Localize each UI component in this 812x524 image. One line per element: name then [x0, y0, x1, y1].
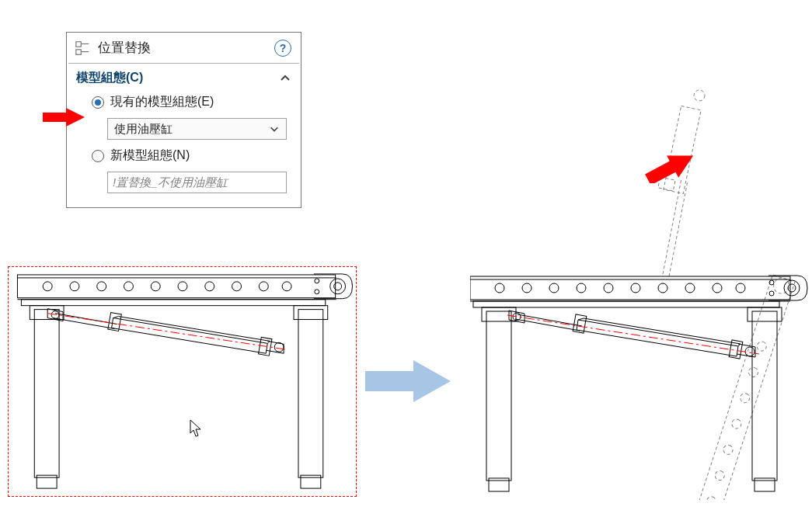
diagram-before	[8, 266, 357, 497]
svg-point-12	[124, 282, 134, 291]
svg-point-44	[730, 418, 742, 429]
svg-point-60	[577, 283, 586, 293]
svg-rect-25	[298, 310, 323, 478]
svg-point-57	[495, 283, 504, 293]
svg-point-17	[259, 282, 268, 291]
panel-title: 位置替換	[98, 39, 268, 57]
svg-point-67	[784, 280, 800, 296]
svg-point-16	[232, 282, 242, 291]
svg-point-64	[685, 283, 695, 293]
svg-point-62	[631, 283, 640, 293]
svg-rect-28	[294, 306, 328, 320]
svg-point-51	[694, 90, 705, 101]
svg-rect-8	[21, 300, 325, 306]
dropdown-value: 使用油壓缸	[114, 122, 269, 137]
svg-rect-0	[76, 41, 81, 46]
property-panel: 位置替換 ? 模型組態(C) 現有的模型組態(E) 使用油壓缸 新模型組態(N)…	[66, 32, 301, 208]
svg-rect-23	[34, 310, 59, 478]
svg-point-61	[604, 283, 613, 293]
svg-point-70	[769, 291, 774, 296]
diagram-after	[470, 6, 809, 500]
svg-point-13	[151, 282, 160, 291]
svg-point-66	[736, 283, 745, 293]
config-dropdown[interactable]: 使用油壓缸	[107, 118, 287, 140]
help-button[interactable]: ?	[274, 40, 291, 57]
svg-line-35	[47, 314, 287, 350]
svg-rect-71	[486, 311, 511, 481]
section-title: 模型組態(C)	[76, 70, 143, 86]
radio-existing-config[interactable]: 現有的模型組態(E)	[76, 91, 291, 113]
svg-line-77	[518, 314, 582, 326]
svg-point-11	[97, 282, 106, 291]
svg-rect-1	[76, 49, 81, 54]
svg-point-42	[714, 470, 726, 481]
svg-rect-76	[748, 307, 782, 321]
chevron-down-icon	[269, 123, 280, 134]
radio-new-label: 新模型組態(N)	[110, 147, 190, 164]
configuration-section: 模型組態(C) 現有的模型組態(E) 使用油壓缸 新模型組態(N) !置替換_不…	[68, 64, 299, 206]
svg-point-63	[658, 283, 667, 293]
svg-marker-36	[365, 360, 451, 402]
svg-point-65	[713, 283, 722, 293]
svg-point-41	[706, 495, 717, 500]
input-placeholder: !置替換_不使用油壓缸	[113, 175, 228, 190]
svg-point-21	[315, 279, 319, 283]
svg-point-15	[205, 282, 214, 291]
radio-icon	[92, 96, 104, 109]
chevron-up-icon	[279, 72, 291, 85]
new-config-name-field[interactable]: !置替換_不使用油壓缸	[107, 172, 287, 193]
svg-point-82	[745, 347, 754, 356]
svg-point-22	[315, 290, 319, 294]
svg-rect-73	[752, 311, 777, 481]
svg-line-83	[507, 315, 759, 354]
svg-marker-4	[43, 108, 85, 127]
svg-point-18	[282, 282, 291, 291]
svg-marker-84	[645, 152, 696, 183]
radio-existing-label: 現有的模型組態(E)	[110, 94, 214, 110]
transition-arrow-icon	[365, 360, 451, 402]
svg-point-14	[178, 282, 187, 291]
radio-icon	[92, 150, 104, 162]
feature-icon	[75, 40, 92, 57]
radio-new-config[interactable]: 新模型組態(N)	[76, 144, 291, 167]
svg-point-43	[722, 444, 734, 456]
panel-header: 位置替換 ?	[68, 34, 299, 64]
svg-line-30	[53, 318, 114, 329]
svg-rect-75	[482, 307, 516, 321]
svg-point-9	[43, 282, 52, 291]
svg-rect-56	[473, 301, 779, 307]
section-header[interactable]: 模型組態(C)	[76, 67, 291, 91]
cursor-icon	[190, 419, 204, 438]
callout-arrow-icon	[43, 108, 85, 127]
callout-arrow-icon	[645, 152, 696, 183]
svg-point-46	[748, 366, 759, 378]
svg-point-58	[522, 283, 531, 293]
svg-point-45	[739, 392, 751, 404]
svg-point-10	[70, 282, 79, 291]
svg-point-19	[330, 279, 346, 294]
svg-point-59	[549, 283, 559, 293]
svg-point-47	[756, 341, 768, 352]
